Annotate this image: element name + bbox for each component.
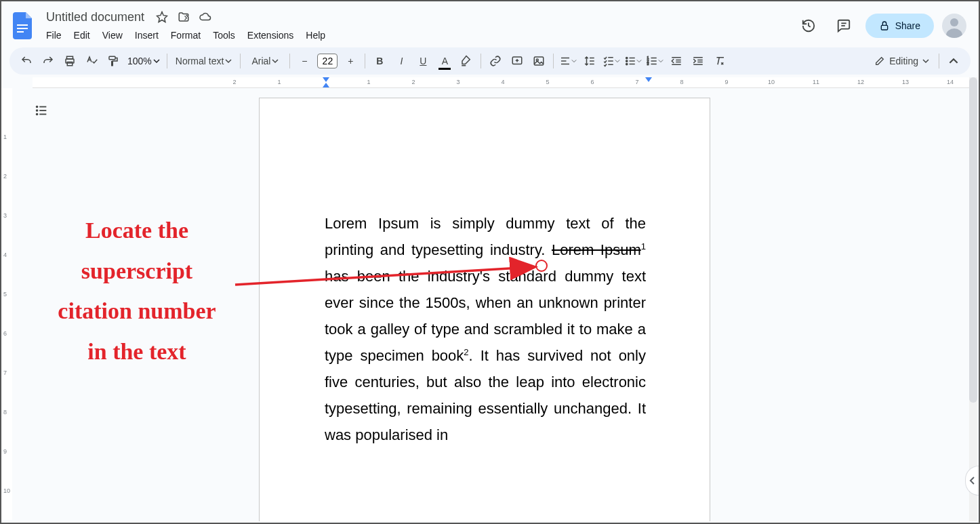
svg-rect-5 — [881, 25, 887, 30]
menu-file[interactable]: File — [41, 27, 67, 43]
toolbar: 100% Normal text Arial − + B I U A 123 E… — [9, 47, 971, 75]
svg-rect-0 — [17, 24, 28, 26]
strikethrough-text: Lorem Ipsum — [552, 241, 641, 258]
page[interactable]: Lorem Ipsum is simply dummy text of the … — [259, 98, 710, 521]
caret-down-icon — [922, 58, 929, 64]
history-icon[interactable] — [795, 12, 822, 39]
scrollbar-thumb[interactable] — [969, 77, 977, 403]
svg-point-26 — [626, 63, 628, 64]
spellcheck-button[interactable] — [81, 51, 102, 71]
document-body-text[interactable]: Lorem Ipsum is simply dummy text of the … — [325, 211, 646, 448]
avatar[interactable] — [942, 14, 966, 38]
clear-format-button[interactable] — [710, 51, 730, 71]
indent-increase-button[interactable] — [688, 51, 708, 71]
menu-tools[interactable]: Tools — [207, 27, 241, 43]
caret-down-icon — [571, 58, 577, 64]
align-button[interactable] — [558, 51, 578, 71]
print-button[interactable] — [60, 51, 80, 71]
bold-button[interactable]: B — [369, 51, 390, 71]
numbered-list-button[interactable]: 123 — [645, 51, 665, 71]
horizontal-ruler[interactable]: 21123456789101112131415 — [33, 77, 969, 88]
paint-format-button[interactable] — [103, 51, 123, 71]
right-indent-marker[interactable] — [645, 77, 652, 82]
caret-down-icon — [272, 58, 279, 64]
image-button[interactable] — [529, 51, 549, 71]
move-icon[interactable] — [176, 9, 192, 25]
paragraph-style-select[interactable]: Normal text — [171, 51, 237, 71]
cloud-status-icon[interactable] — [197, 9, 213, 25]
annotation-circle — [535, 260, 548, 272]
share-label: Share — [895, 20, 920, 31]
collapse-toolbar-button[interactable] — [943, 51, 964, 71]
svg-point-46 — [37, 110, 38, 111]
fontsize-increase[interactable]: + — [340, 51, 361, 71]
line-spacing-button[interactable] — [579, 51, 600, 71]
first-line-indent-marker[interactable] — [323, 77, 329, 82]
caret-down-icon — [153, 58, 160, 64]
menu-extensions[interactable]: Extensions — [242, 27, 299, 43]
svg-text:3: 3 — [647, 62, 649, 66]
font-select[interactable]: Arial — [245, 51, 285, 71]
menu-help[interactable]: Help — [300, 27, 331, 43]
pencil-icon — [874, 56, 885, 66]
comment-add-button[interactable] — [507, 51, 527, 71]
svg-point-25 — [626, 60, 628, 62]
vertical-ruler[interactable]: 1234567891011 — [1, 88, 12, 520]
svg-point-48 — [37, 114, 38, 115]
svg-rect-1 — [17, 28, 28, 29]
footnote-ref-2[interactable]: 2 — [464, 346, 468, 357]
lock-icon — [879, 20, 890, 31]
menu-view[interactable]: View — [97, 27, 128, 43]
svg-point-24 — [626, 57, 628, 58]
zoom-select[interactable]: 100% — [125, 51, 163, 71]
menu-format[interactable]: Format — [165, 27, 206, 43]
underline-button[interactable]: U — [413, 51, 433, 71]
undo-button[interactable] — [16, 51, 37, 71]
highlight-button[interactable] — [456, 51, 476, 71]
bulleted-list-button[interactable] — [623, 51, 643, 71]
menu-insert[interactable]: Insert — [129, 27, 164, 43]
editing-mode-select[interactable]: Editing — [869, 51, 935, 71]
comments-icon[interactable] — [830, 12, 857, 39]
docs-logo[interactable] — [9, 12, 37, 39]
caret-down-icon — [636, 58, 642, 64]
document-outline-button[interactable] — [31, 100, 52, 121]
text-color-button[interactable]: A — [434, 51, 455, 71]
fontsize-input[interactable] — [317, 54, 338, 68]
left-indent-marker[interactable] — [323, 83, 329, 87]
fontsize-decrease[interactable]: − — [294, 51, 314, 71]
checklist-button[interactable] — [601, 51, 621, 71]
share-button[interactable]: Share — [865, 14, 934, 38]
italic-button[interactable]: I — [391, 51, 411, 71]
svg-rect-13 — [535, 57, 544, 65]
annotation-text: Locate the superscript citation number i… — [35, 210, 239, 371]
caret-down-icon — [658, 58, 663, 64]
link-button[interactable] — [485, 51, 506, 71]
svg-rect-2 — [17, 31, 24, 33]
footnote-ref-1[interactable]: 1 — [641, 241, 646, 251]
document-title[interactable]: Untitled document — [42, 9, 148, 26]
menubar: File Edit View Insert Format Tools Exten… — [39, 27, 795, 43]
caret-down-icon — [615, 58, 620, 64]
menu-edit[interactable]: Edit — [68, 27, 96, 43]
caret-down-icon — [225, 58, 232, 64]
svg-point-44 — [37, 106, 38, 108]
svg-rect-9 — [109, 56, 115, 60]
indent-decrease-button[interactable] — [666, 51, 687, 71]
vertical-scrollbar[interactable] — [969, 77, 977, 521]
star-icon[interactable] — [154, 9, 170, 25]
redo-button[interactable] — [38, 51, 58, 71]
titlebar: Untitled document File Edit View Insert … — [1, 1, 979, 45]
